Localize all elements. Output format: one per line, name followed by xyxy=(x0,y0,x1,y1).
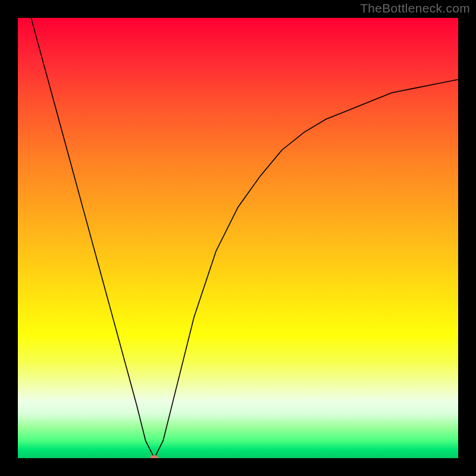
minimum-point-marker xyxy=(150,455,158,458)
chart-plot-area xyxy=(18,18,458,458)
bottleneck-curve xyxy=(31,18,458,458)
chart-svg xyxy=(18,18,458,458)
watermark-text: TheBottleneck.com xyxy=(360,1,470,15)
